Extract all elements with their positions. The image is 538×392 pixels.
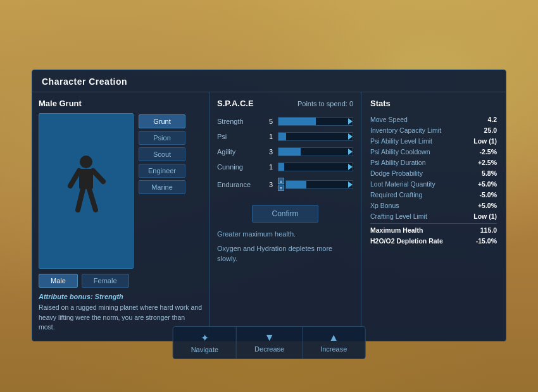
stat-name-psi: Psi: [217, 133, 260, 140]
char-area: Grunt Psion Scout Engineer Marine: [39, 113, 203, 269]
attribute-bonus-label: Attribute bonus: Strength: [39, 293, 203, 300]
stat-name-endurance: Endurance: [217, 181, 260, 188]
character-name: Male Grunt: [39, 99, 203, 108]
stat-value-psi-cooldown: -2.5%: [480, 148, 497, 156]
stat-label-psi-duration: Psi Ability Duration: [370, 159, 426, 166]
stat-val-agility: 3: [265, 148, 273, 156]
stat-val-psi: 1: [265, 133, 273, 140]
increase-button[interactable]: ▲ Increase: [303, 327, 365, 358]
info-line-2: Oxygen and Hydration depletes more slowl…: [217, 243, 353, 264]
stats-row-psi-duration: Psi Ability Duration +2.5%: [370, 159, 497, 166]
class-btn-grunt[interactable]: Grunt: [139, 114, 185, 128]
stat-row-cunning: Cunning 1: [217, 162, 353, 171]
stat-fill-agility: [278, 148, 301, 156]
stats-row-max-health: Maximum Health 115.0: [370, 226, 497, 234]
stat-arrow-psi: [348, 133, 353, 140]
stat-val-cunning: 1: [265, 163, 273, 171]
stat-arrow-agility: [348, 149, 353, 155]
gender-male-btn[interactable]: Male: [39, 274, 78, 288]
svg-line-5: [89, 189, 96, 210]
stat-fill-endurance: [286, 181, 306, 188]
stat-bar-agility: [278, 147, 353, 156]
stat-row-endurance: Endurance 3 ▲ ▼: [217, 178, 353, 191]
stats-divider: [370, 223, 497, 224]
class-buttons: Grunt Psion Scout Engineer Marine: [139, 113, 185, 269]
gender-row: Male Female: [39, 274, 203, 288]
right-panel: Stats Move Speed 4.2 Inventory Capacity …: [361, 92, 506, 339]
points-label: Points to spend: 0: [297, 100, 353, 107]
class-btn-scout[interactable]: Scout: [139, 147, 185, 161]
stats-row-depletion: H2O/O2 Depletion Rate -15.0%: [370, 237, 497, 245]
stat-value-psi-duration: +2.5%: [478, 159, 497, 166]
stat-fill-cunning: [278, 163, 284, 171]
stat-label-psi-cooldown: Psi Ability Cooldown: [370, 148, 430, 156]
stat-name-cunning: Cunning: [217, 163, 260, 171]
stat-row-psi: Psi 1: [217, 132, 353, 141]
stat-value-xp: +5.0%: [478, 202, 497, 209]
decrease-button[interactable]: ▼ Decrease: [237, 327, 303, 358]
svg-point-0: [80, 156, 92, 168]
stats-row-psi-level: Psi Ability Level Limit Low (1): [370, 137, 497, 145]
confirm-button[interactable]: Confirm: [252, 205, 318, 223]
stat-bar-strength: [278, 117, 353, 126]
endurance-down-arrow[interactable]: ▼: [278, 185, 284, 191]
svg-line-2: [70, 171, 79, 186]
stats-row-dodge: Dodge Probability 5.8%: [370, 169, 497, 177]
char-portrait: [39, 113, 134, 269]
decrease-icon: ▼: [265, 332, 275, 343]
confirm-area: Confirm: [217, 200, 353, 223]
stat-label-psi-level: Psi Ability Level Limit: [370, 137, 432, 145]
endurance-control: ▲ ▼: [278, 178, 353, 191]
stats-row-loot: Loot Material Quantity +5.0%: [370, 180, 497, 188]
increase-icon: ▲: [328, 332, 339, 343]
stat-value-crafting-req: -5.0%: [480, 191, 497, 199]
stat-label-max-health: Maximum Health: [370, 226, 423, 234]
stat-val-endurance: 3: [265, 181, 273, 188]
stats-row-xp: Xp Bonus +5.0%: [370, 202, 497, 209]
stat-value-loot: +5.0%: [478, 180, 497, 188]
stat-label-loot: Loot Material Quantity: [370, 180, 435, 188]
decrease-label: Decrease: [254, 345, 284, 353]
stats-title: Stats: [370, 99, 497, 108]
stats-row-psi-cooldown: Psi Ability Cooldown -2.5%: [370, 148, 497, 156]
stat-label-crafting-level: Crafting Level Limit: [370, 212, 427, 220]
endurance-up-arrow[interactable]: ▲: [278, 178, 284, 184]
stat-name-strength: Strength: [217, 118, 260, 125]
stat-fill-psi: [278, 133, 286, 140]
endurance-arrows: ▲ ▼: [278, 178, 284, 191]
mid-panel: S.P.A.C.E Points to spend: 0 Strength 5 …: [210, 92, 361, 339]
panel-title: Character Creation: [32, 70, 506, 92]
main-panel: Character Creation Male Grunt: [32, 70, 506, 341]
mid-header: S.P.A.C.E Points to spend: 0: [217, 99, 353, 108]
stat-row-agility: Agility 3: [217, 147, 353, 156]
class-btn-psion[interactable]: Psion: [139, 131, 185, 145]
navigate-button[interactable]: ✦ Navigate: [173, 327, 237, 358]
stat-label-move-speed: Move Speed: [370, 116, 408, 123]
stat-label-inventory: Inventory Capacity Limit: [370, 126, 441, 134]
stats-row-move-speed: Move Speed 4.2: [370, 116, 497, 123]
stat-fill-strength: [278, 118, 316, 125]
stat-value-depletion: -15.0%: [476, 237, 497, 245]
stat-arrow-endurance: [348, 181, 353, 188]
stat-arrow-cunning: [348, 164, 353, 170]
stat-label-crafting-req: Required Crafting: [370, 191, 422, 199]
stat-value-psi-level: Low (1): [473, 137, 497, 145]
left-panel: Male Grunt: [32, 92, 210, 339]
stat-label-xp: Xp Bonus: [370, 202, 399, 209]
stats-table: Move Speed 4.2 Inventory Capacity Limit …: [370, 116, 497, 245]
class-btn-marine[interactable]: Marine: [139, 180, 185, 194]
stat-bar-endurance: [285, 180, 353, 189]
class-btn-engineer[interactable]: Engineer: [139, 164, 185, 178]
info-text: Greater maximum health. Oxygen and Hydra…: [217, 229, 353, 268]
stat-name-agility: Agility: [217, 148, 260, 156]
bottom-bar: ✦ Navigate ▼ Decrease ▲ Increase: [173, 326, 366, 359]
stat-value-dodge: 5.8%: [482, 169, 497, 177]
stat-label-depletion: H2O/O2 Depletion Rate: [370, 237, 443, 245]
gender-female-btn[interactable]: Female: [82, 274, 129, 288]
svg-line-3: [93, 171, 103, 181]
stats-row-inventory: Inventory Capacity Limit 25.0: [370, 126, 497, 134]
space-title: S.P.A.C.E: [217, 99, 254, 108]
stat-row-strength: Strength 5: [217, 117, 353, 126]
stat-value-inventory: 25.0: [484, 126, 497, 134]
panel-body: Male Grunt: [32, 92, 506, 339]
